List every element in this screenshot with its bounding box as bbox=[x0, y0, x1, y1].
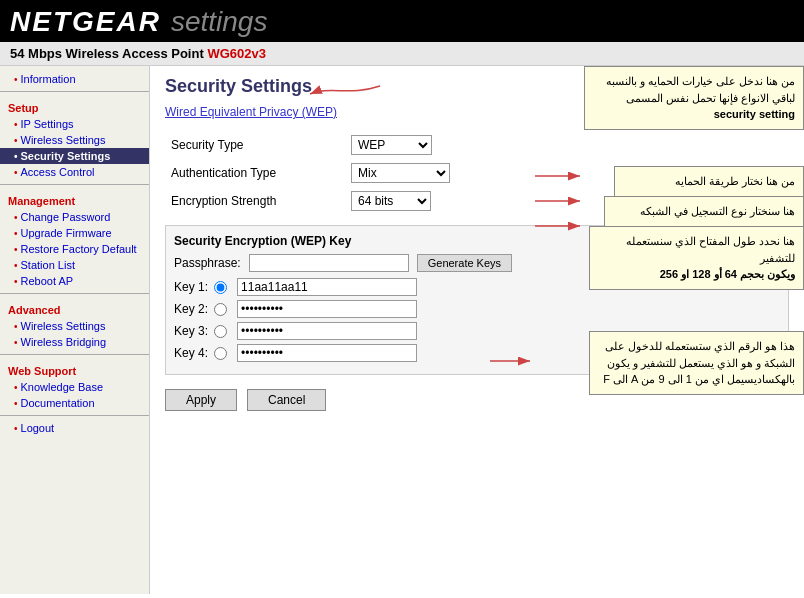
auth-type-label: Authentication Type bbox=[165, 159, 345, 187]
generate-keys-button[interactable]: Generate Keys bbox=[417, 254, 512, 272]
key4-radio[interactable] bbox=[214, 347, 227, 360]
passphrase-input[interactable] bbox=[249, 254, 409, 272]
key2-radio[interactable] bbox=[214, 303, 227, 316]
sidebar-item-information[interactable]: Information bbox=[0, 71, 149, 87]
sidebar-divider-3 bbox=[0, 293, 149, 294]
key3-label: Key 3: bbox=[174, 324, 208, 338]
callout-auth-text: هنا سنختار نوع التسجيل في الشبكه bbox=[640, 205, 795, 217]
key1-input[interactable] bbox=[237, 278, 417, 296]
callout-top-text-ar: من هنا ندخل على خيارات الحمايه و بالنسبه… bbox=[606, 75, 795, 104]
sidebar-divider-4 bbox=[0, 354, 149, 355]
sidebar-item-reboot-ap[interactable]: Reboot AP bbox=[0, 273, 149, 289]
callout-key: هذا هو الرقم الذي ستستعمله للدخول على ال… bbox=[589, 331, 804, 395]
content-area: Security Settings Wired Equivalent Priva… bbox=[150, 66, 804, 594]
auth-type-select[interactable]: Mix Open System Shared Key bbox=[351, 163, 450, 183]
callout-security-text: من هنا نختار طريقة الحمايه bbox=[675, 175, 795, 187]
subheader-text: 54 Mbps Wireless Access Point bbox=[10, 46, 204, 61]
passphrase-label: Passphrase: bbox=[174, 256, 241, 270]
sidebar-item-upgrade-firmware[interactable]: Upgrade Firmware bbox=[0, 225, 149, 241]
sidebar-item-wireless-settings-setup[interactable]: Wireless Settings bbox=[0, 132, 149, 148]
sidebar-item-change-password[interactable]: Change Password bbox=[0, 209, 149, 225]
security-type-label: Security Type bbox=[165, 131, 345, 159]
sidebar-item-documentation[interactable]: Documentation bbox=[0, 395, 149, 411]
sidebar-item-logout[interactable]: Logout bbox=[0, 420, 149, 436]
sidebar-section-setup: Setup bbox=[0, 96, 149, 116]
model-number: WG602v3 bbox=[207, 46, 266, 61]
encryption-label: Encryption Strength bbox=[165, 187, 345, 215]
sidebar-item-access-control[interactable]: Access Control bbox=[0, 164, 149, 180]
brand-suffix: settings bbox=[171, 6, 268, 38]
subheader: 54 Mbps Wireless Access Point WG602v3 bbox=[0, 42, 804, 66]
sidebar-section-management: Management bbox=[0, 189, 149, 209]
brand-logo: NETGEAR bbox=[10, 6, 161, 38]
key4-label: Key 4: bbox=[174, 346, 208, 360]
key2-row: Key 2: bbox=[174, 300, 780, 318]
sidebar-item-ip-settings[interactable]: IP Settings bbox=[0, 116, 149, 132]
apply-button[interactable]: Apply bbox=[165, 389, 237, 411]
security-type-row: Security Type WEP WPA-PSK None bbox=[165, 131, 789, 159]
callout-encryption: هنا نحدد طول المفتاح الذي سنستعمله للتشف… bbox=[589, 226, 804, 290]
callout-auth-type: هنا سنختار نوع التسجيل في الشبكه bbox=[604, 196, 804, 227]
encryption-select[interactable]: 64 bits 128 bits 256 bits bbox=[351, 191, 431, 211]
key2-input[interactable] bbox=[237, 300, 417, 318]
header: NETGEAR settings bbox=[0, 0, 804, 42]
sidebar-item-station-list[interactable]: Station List bbox=[0, 257, 149, 273]
cancel-button[interactable]: Cancel bbox=[247, 389, 326, 411]
sidebar-divider-2 bbox=[0, 184, 149, 185]
key4-input[interactable] bbox=[237, 344, 417, 362]
sidebar-item-security-settings[interactable]: Security Settings bbox=[0, 148, 149, 164]
key3-radio[interactable] bbox=[214, 325, 227, 338]
security-type-select[interactable]: WEP WPA-PSK None bbox=[351, 135, 432, 155]
sidebar-item-wireless-bridging[interactable]: Wireless Bridging bbox=[0, 334, 149, 350]
key1-label: Key 1: bbox=[174, 280, 208, 294]
callout-security-type: من هنا نختار طريقة الحمايه bbox=[614, 166, 804, 197]
callout-top: من هنا ندخل على خيارات الحمايه و بالنسبه… bbox=[584, 66, 804, 130]
callout-enc-text-ar: هنا نحدد طول المفتاح الذي سنستعمله للتشف… bbox=[626, 235, 795, 264]
key1-radio[interactable] bbox=[214, 281, 227, 294]
sidebar-section-websupport: Web Support bbox=[0, 359, 149, 379]
key3-input[interactable] bbox=[237, 322, 417, 340]
callout-key-text: هذا هو الرقم الذي ستستعمله للدخول على ال… bbox=[603, 340, 795, 385]
sidebar-divider-5 bbox=[0, 415, 149, 416]
sidebar: Information Setup IP Settings Wireless S… bbox=[0, 66, 150, 594]
sidebar-item-wireless-settings-adv[interactable]: Wireless Settings bbox=[0, 318, 149, 334]
callout-enc-text-bold: ويكون بحجم 64 أو 128 او 256 bbox=[660, 268, 795, 280]
sidebar-divider bbox=[0, 91, 149, 92]
key2-label: Key 2: bbox=[174, 302, 208, 316]
sidebar-item-restore-factory[interactable]: Restore Factory Default bbox=[0, 241, 149, 257]
sidebar-item-knowledge-base[interactable]: Knowledge Base bbox=[0, 379, 149, 395]
sidebar-section-advanced: Advanced bbox=[0, 298, 149, 318]
callout-top-text-bold: security setting bbox=[714, 108, 795, 120]
